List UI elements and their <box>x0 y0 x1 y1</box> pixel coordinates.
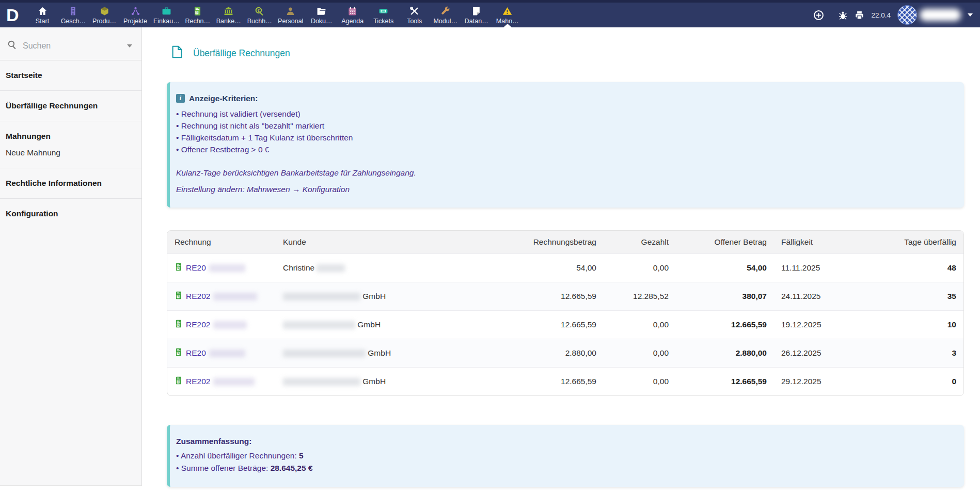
nav-item-label: Modul… <box>433 18 457 25</box>
sidebar-section: Überfällige Rechnungen <box>0 91 141 121</box>
nav-item-label: Rechn… <box>185 18 210 25</box>
sidebar-item-rechtliche-informationen[interactable]: Rechtliche Informationen <box>0 175 141 192</box>
table-row: $RE202 GmbH12.665,5912.285,52380,0724.11… <box>167 282 963 311</box>
column-header-tage-ueberfaellig: Tage überfällig <box>854 231 963 254</box>
invoice-icon: $ <box>193 6 202 16</box>
summary-lines: • Anzahl überfälliger Rechnungen: 5• Sum… <box>176 450 952 474</box>
customer-name-visible: Christine <box>283 263 314 272</box>
app-logo[interactable]: D <box>6 4 19 26</box>
nav-item-label: Banke… <box>216 18 241 25</box>
sidebar-item-neue-mahnung[interactable]: Neue Mahnung <box>0 145 141 161</box>
cell-due: 29.12.2025 <box>774 368 854 396</box>
cell-kunde: GmbH <box>276 339 511 368</box>
cell-paid: 0,00 <box>604 368 676 396</box>
criteria-item: • Rechnung ist validiert (versendet) <box>176 108 952 120</box>
invoice-green-icon: $ <box>175 320 183 330</box>
warning-icon <box>502 6 512 16</box>
nav-item-label: Start <box>36 18 49 25</box>
sidebar-section: Konfiguration <box>0 199 141 229</box>
user-icon <box>286 6 295 16</box>
nav-item-produ[interactable]: Produ… <box>90 3 118 27</box>
summary-line: • Anzahl überfälliger Rechnungen: 5 <box>176 450 952 462</box>
nav-item-tools[interactable]: Tools <box>401 3 429 27</box>
search-placeholder: Suchen <box>23 41 121 51</box>
criteria-item: • Rechnung ist nicht als "bezahlt" marki… <box>176 120 952 132</box>
sidebar-item-ueberfaellige-rechnungen[interactable]: Überfällige Rechnungen <box>0 98 141 114</box>
page-title-text: Überfällige Rechnungen <box>193 48 290 59</box>
customer-name-visible: GmbH <box>362 377 386 386</box>
svg-text:$: $ <box>196 11 198 14</box>
customer-name-visible: GmbH <box>357 320 381 329</box>
nav-item-gesch[interactable]: Gesch… <box>59 3 87 27</box>
page-title: Überfällige Rechnungen <box>167 45 964 61</box>
info-note: Einstellung ändern: Mahnwesen → Konfigur… <box>176 183 952 195</box>
nav-item-label: Tickets <box>373 18 393 25</box>
redacted-invoice-number <box>213 293 257 300</box>
cell-kunde: GmbH <box>276 368 511 396</box>
navbar-right-cluster: 22.0.4 <box>813 3 973 27</box>
cell-days: 0 <box>854 368 963 396</box>
nav-items: StartGesch…Produ…ProjekteEinkau…$Rechn…B… <box>27 3 523 27</box>
nav-item-label: Gesch… <box>61 18 86 25</box>
nav-item-label: Tools <box>407 18 422 25</box>
column-header-rechnung: Rechnung <box>167 231 276 254</box>
cell-due: 19.12.2025 <box>774 311 854 339</box>
search-input[interactable]: Suchen <box>0 27 141 60</box>
cell-rechnung: $RE202 <box>167 368 276 396</box>
invoice-link[interactable]: RE202 <box>186 292 210 301</box>
invoice-link[interactable]: RE202 <box>186 320 210 329</box>
search-icon <box>7 40 17 52</box>
nav-item-personal[interactable]: Personal <box>277 3 305 27</box>
nav-item-label: Produ… <box>92 18 116 25</box>
sidebar-section: Rechtliche Informationen <box>0 168 141 199</box>
criteria-info-box: i Anzeige-Kriterien: • Rechnung ist vali… <box>167 82 964 208</box>
cell-due: 26.12.2025 <box>774 339 854 368</box>
nav-item-modul[interactable]: Modul… <box>432 3 460 27</box>
sidebar-item-startseite[interactable]: Startseite <box>0 67 141 84</box>
redacted-customer-name <box>283 378 360 386</box>
invoice-link[interactable]: RE20 <box>186 348 206 358</box>
invoice-link[interactable]: RE202 <box>186 377 210 386</box>
table-header-row: RechnungKundeRechnungsbetragGezahltOffen… <box>167 231 963 254</box>
info-icon: i <box>176 94 185 103</box>
svg-text:$: $ <box>178 352 179 355</box>
nav-item-tickets[interactable]: Tickets <box>370 3 398 27</box>
sidebar-item-konfiguration[interactable]: Konfiguration <box>0 205 141 222</box>
search-dropdown-caret-icon[interactable] <box>127 44 132 47</box>
table-row: $RE20 GmbH2.880,000,002.880,0026.12.2025… <box>167 339 963 368</box>
nav-item-banke[interactable]: Banke… <box>215 3 243 27</box>
printer-icon[interactable] <box>855 10 864 20</box>
svg-text:$: $ <box>178 295 179 298</box>
nav-item-rechn[interactable]: $Rechn… <box>184 3 212 27</box>
nav-item-einkau[interactable]: Einkau… <box>152 3 181 27</box>
briefcase-icon <box>162 6 171 16</box>
avatar[interactable] <box>897 5 917 25</box>
cell-paid: 0,00 <box>604 339 676 368</box>
version-label: 22.0.4 <box>871 11 891 19</box>
redacted-invoice-number <box>209 350 245 357</box>
nav-item-buchh[interactable]: €Buchh… <box>246 3 274 27</box>
nav-item-mahn[interactable]: Mahn… <box>494 3 521 27</box>
cell-amount: 12.665,59 <box>511 311 604 339</box>
info-heading-text: Anzeige-Kriterien: <box>189 92 258 104</box>
ticket-icon <box>378 6 388 16</box>
svg-text:€: € <box>258 8 260 12</box>
table-row: $RE20Christine 54,000,0054,0011.11.20254… <box>167 254 963 282</box>
cell-days: 48 <box>854 254 963 282</box>
customer-name-visible: GmbH <box>368 348 391 357</box>
chevron-down-icon[interactable] <box>968 13 973 17</box>
nav-item-projekte[interactable]: Projekte <box>121 3 149 27</box>
package-icon <box>100 6 109 16</box>
nav-item-label: Einkau… <box>153 18 180 25</box>
cell-paid: 12.285,52 <box>604 282 676 311</box>
criteria-item: • Fälligkeitsdatum + 1 Tag Kulanz ist üb… <box>176 132 952 144</box>
invoice-link[interactable]: RE20 <box>186 263 206 273</box>
nav-item-agenda[interactable]: Agenda <box>339 3 367 27</box>
sidebar-item-mahnungen[interactable]: Mahnungen <box>0 128 141 145</box>
nav-item-doku[interactable]: Doku… <box>308 3 336 27</box>
bug-icon[interactable] <box>838 10 848 20</box>
customer-name-visible: GmbH <box>362 292 386 300</box>
nav-item-datan[interactable]: Datan… <box>463 3 491 27</box>
add-icon[interactable] <box>813 10 824 21</box>
nav-item-start[interactable]: Start <box>28 3 56 27</box>
